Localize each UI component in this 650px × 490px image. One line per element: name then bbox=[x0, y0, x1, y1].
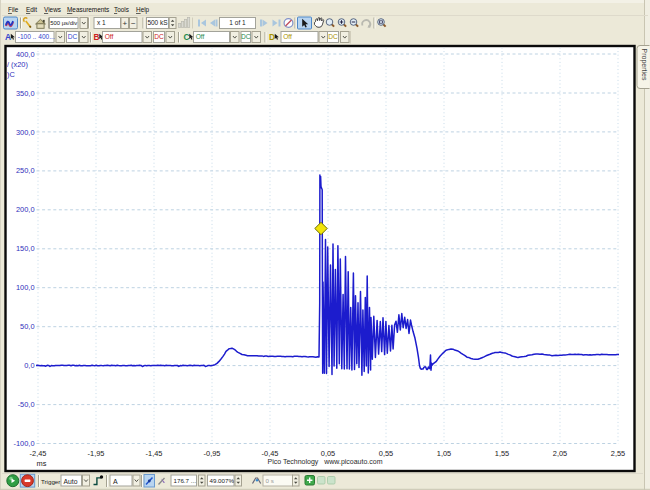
svg-text:1,55: 1,55 bbox=[495, 449, 509, 458]
svg-text:-0,45: -0,45 bbox=[262, 449, 279, 458]
svg-text:+: + bbox=[122, 19, 127, 28]
svg-text:350,0: 350,0 bbox=[16, 89, 35, 98]
svg-text:176.7 ...: 176.7 ... bbox=[174, 477, 197, 484]
svg-text:A: A bbox=[5, 32, 11, 42]
svg-text:Trigger: Trigger bbox=[41, 478, 60, 485]
svg-text:0 s: 0 s bbox=[266, 477, 274, 484]
svg-text:x 1: x 1 bbox=[97, 19, 106, 26]
svg-text:150,0: 150,0 bbox=[16, 244, 35, 253]
svg-text:DC: DC bbox=[68, 33, 78, 40]
svg-text:Properties: Properties bbox=[640, 49, 648, 81]
svg-text:50,0: 50,0 bbox=[20, 322, 34, 331]
svg-text:1,05: 1,05 bbox=[437, 449, 451, 458]
svg-text:DC: DC bbox=[328, 33, 338, 40]
svg-text:49.007%: 49.007% bbox=[210, 477, 235, 484]
svg-text:DC: DC bbox=[241, 33, 251, 40]
svg-text:500 kS: 500 kS bbox=[147, 19, 168, 26]
svg-text:500 µs/div: 500 µs/div bbox=[50, 20, 77, 26]
svg-text:250,0: 250,0 bbox=[16, 166, 35, 175]
svg-text:C: C bbox=[184, 32, 190, 42]
svg-text:-50,0: -50,0 bbox=[18, 400, 35, 409]
svg-text:Off: Off bbox=[196, 33, 205, 40]
svg-text:Edit: Edit bbox=[26, 6, 37, 13]
svg-text:Off: Off bbox=[105, 33, 114, 40]
svg-text:0,55: 0,55 bbox=[379, 449, 393, 458]
svg-text:2,55: 2,55 bbox=[611, 449, 625, 458]
svg-text:0,05: 0,05 bbox=[321, 449, 335, 458]
svg-text:Views: Views bbox=[44, 6, 61, 13]
svg-text:DC: DC bbox=[154, 33, 164, 40]
svg-text:ms: ms bbox=[37, 459, 47, 468]
svg-text:A: A bbox=[113, 478, 118, 485]
svg-text:)C: )C bbox=[7, 70, 15, 79]
svg-text:-100,0: -100,0 bbox=[14, 439, 35, 448]
svg-text:File: File bbox=[8, 6, 19, 13]
svg-text:Tools: Tools bbox=[114, 6, 129, 13]
svg-text:/ (x20): / (x20) bbox=[7, 60, 28, 69]
svg-text:-0,95: -0,95 bbox=[204, 449, 221, 458]
svg-text:Pico Technology www.picoauto: Pico Technology www.picoauto.com bbox=[267, 458, 382, 466]
svg-text:-100 .. 400...: -100 .. 400... bbox=[18, 33, 55, 40]
svg-text:0,0: 0,0 bbox=[24, 361, 34, 370]
svg-text:200,0: 200,0 bbox=[16, 205, 35, 214]
svg-text:−: − bbox=[131, 19, 136, 28]
svg-text:-2,45: -2,45 bbox=[30, 449, 47, 458]
svg-text:Measurements: Measurements bbox=[67, 6, 109, 13]
svg-text:-1,95: -1,95 bbox=[88, 449, 105, 458]
svg-text:2,05: 2,05 bbox=[553, 449, 567, 458]
svg-text:1 of 1: 1 of 1 bbox=[229, 19, 246, 26]
svg-text:-1,45: -1,45 bbox=[146, 449, 163, 458]
svg-text:300,0: 300,0 bbox=[16, 128, 35, 137]
svg-text:Help: Help bbox=[136, 6, 150, 14]
svg-text:D: D bbox=[269, 32, 275, 42]
svg-text:400,0: 400,0 bbox=[16, 50, 35, 59]
svg-text:Auto: Auto bbox=[64, 478, 78, 485]
svg-text:100,0: 100,0 bbox=[16, 283, 35, 292]
svg-text:B: B bbox=[94, 32, 100, 42]
svg-text:Off: Off bbox=[283, 33, 292, 40]
